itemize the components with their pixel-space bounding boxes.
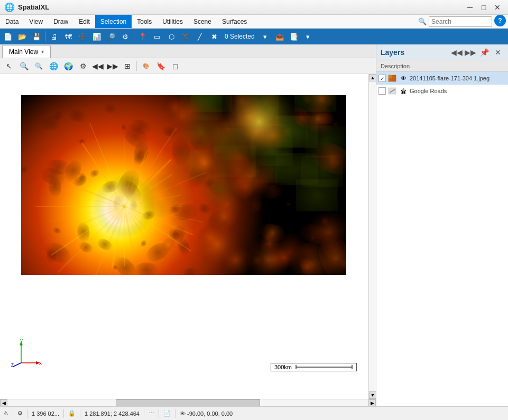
zoom-in-button[interactable]: 🔍 (17, 59, 31, 73)
layer-icon-solar (387, 75, 397, 82)
svg-text:y: y (20, 339, 23, 343)
minimize-button[interactable]: ─ (464, 2, 476, 13)
layers-title: Layers (381, 48, 449, 57)
menu-draw[interactable]: Draw (48, 15, 73, 28)
menu-view[interactable]: View (24, 15, 48, 28)
select-poly-button[interactable]: ⬡ (164, 30, 178, 43)
view-toolbar-sep (136, 61, 137, 71)
dots-icon: ⋯ (149, 410, 154, 417)
forward-button[interactable]: ▶▶ (106, 59, 119, 73)
select-options-button[interactable]: ▾ (258, 30, 272, 43)
layer-item-solar[interactable]: ✓ 👁 20141105-flare-171-304 1.jpeg (376, 72, 508, 85)
color-button[interactable]: 🎨 (139, 59, 153, 73)
close-button[interactable]: ✕ (491, 2, 504, 13)
settings-button[interactable]: ⚙ (118, 30, 132, 43)
scroll-right-arrow[interactable]: ▶ (368, 399, 376, 407)
search-icon: 🔍 (418, 17, 427, 25)
settings2-button[interactable]: ⚙ (76, 59, 90, 73)
content-wrapper: Main View ▾ ↖ 🔍 🔍 🌐 🌍 ⚙ ◀◀ ▶▶ ⊞ 🎨 🔖 ◻ (0, 44, 508, 420)
table-button[interactable]: 📊 (90, 30, 104, 43)
bookmark-button[interactable]: 🔖 (154, 59, 168, 73)
menu-tools[interactable]: Tools (132, 15, 157, 28)
select-point-button[interactable]: 📍 (136, 30, 150, 43)
scroll-track-v[interactable] (369, 81, 376, 391)
export2-button[interactable]: 📑 (287, 30, 301, 43)
menu-selection[interactable]: Selection (95, 15, 132, 28)
eye-icon: 👁 (180, 410, 186, 417)
selection-badge: 0 Selected (221, 33, 258, 40)
menu-surfaces[interactable]: Surfaces (217, 15, 252, 28)
new-button[interactable]: 📄 (1, 30, 15, 43)
selected-count: 0 Selected (225, 33, 255, 40)
extent-button[interactable]: 🌍 (61, 59, 75, 73)
location-text: 1 396 02... (32, 410, 59, 417)
vertical-scrollbar[interactable]: ▲ ▼ (368, 74, 376, 399)
layers-close-button[interactable]: ✕ (492, 47, 504, 58)
layers-forward-button[interactable]: ▶▶ (465, 47, 476, 58)
back-button[interactable]: ◀◀ (91, 59, 105, 73)
select-line-button[interactable]: ╱ (193, 30, 207, 43)
search-input[interactable] (429, 16, 492, 27)
maximize-button[interactable]: □ (477, 2, 490, 13)
layer-item-roads[interactable]: 🛣 Google Roads (376, 85, 508, 97)
layers-column-header: Description (376, 60, 508, 72)
layer-roads-icon2: 🛣 (399, 87, 408, 95)
export-arrow-button[interactable]: ▾ (301, 30, 315, 43)
globe-button[interactable]: 🌐 (47, 59, 60, 73)
layer-name-roads: Google Roads (410, 88, 506, 94)
clear-select-button[interactable]: ✖ (207, 30, 221, 43)
open-button[interactable]: 📂 (15, 30, 29, 43)
menu-utilities[interactable]: Utilities (157, 15, 188, 28)
menu-data[interactable]: Data (0, 15, 24, 28)
main-view-tab[interactable]: Main View ▾ (2, 45, 51, 58)
status-sep-7 (175, 409, 176, 418)
coordinates-text: 1 281.891; 2 428.464 (85, 410, 140, 417)
menu-edit[interactable]: Edit (73, 15, 95, 28)
zoom-out-button[interactable]: 🔍 (32, 59, 45, 73)
settings-status-icon: ⚙ (17, 410, 23, 417)
tab-close-icon[interactable]: ▾ (41, 49, 44, 54)
layer-icon-roads (387, 87, 397, 95)
export-button[interactable]: 📤 (273, 30, 287, 43)
select-lasso-button[interactable]: ➰ (179, 30, 192, 43)
layer-check-roads[interactable] (378, 87, 386, 95)
help-button[interactable]: ? (494, 15, 506, 26)
scroll-track-h[interactable] (7, 399, 368, 407)
status-sep-6 (159, 409, 159, 418)
grid-button[interactable]: ⊞ (121, 59, 134, 73)
overlay-button[interactable]: ◻ (169, 59, 182, 73)
layers-pin-button[interactable]: 📌 (478, 47, 490, 58)
layer-check-solar[interactable]: ✓ (378, 75, 386, 82)
identify-button[interactable]: 🔎 (104, 30, 118, 43)
scale-box: 300km (271, 363, 357, 371)
scroll-thumb-h[interactable] (116, 399, 260, 407)
layer-eye-icon-solar: 👁 (399, 75, 408, 82)
print-button[interactable]: 🖨 (47, 30, 61, 43)
menubar: Data View Draw Edit Selection Tools Util… (0, 15, 508, 29)
status-doc: 📄 (163, 410, 171, 417)
status-sep-1 (13, 409, 13, 418)
tab-label: Main View (9, 48, 38, 56)
select-rect-button[interactable]: ▭ (150, 30, 164, 43)
layer-name-solar: 20141105-flare-171-304 1.jpeg (410, 75, 506, 81)
view-row: Main View ▾ ↖ 🔍 🔍 🌐 🌍 ⚙ ◀◀ ▶▶ ⊞ 🎨 🔖 ◻ (0, 44, 508, 406)
map-canvas[interactable]: y x z 300km (0, 74, 368, 399)
app-title: SpatialXL (18, 3, 49, 11)
roads-icon (388, 87, 396, 95)
map-button[interactable]: 🗺 (61, 30, 75, 43)
select-tool-button[interactable]: ↖ (2, 59, 16, 73)
layers-back-button[interactable]: ◀◀ (451, 47, 463, 58)
horizontal-scrollbar[interactable]: ◀ ▶ (0, 399, 376, 406)
add-data-button[interactable]: ➕ (76, 30, 89, 43)
svg-rect-13 (392, 78, 396, 81)
status-dots: ⋯ (149, 410, 154, 417)
menu-scene[interactable]: Scene (188, 15, 217, 28)
scroll-left-arrow[interactable]: ◀ (0, 399, 7, 407)
status-sep-5 (144, 409, 144, 418)
svg-text:z: z (11, 362, 14, 368)
scroll-down-arrow[interactable]: ▼ (369, 391, 376, 399)
scroll-up-arrow[interactable]: ▲ (369, 74, 376, 81)
layers-list[interactable]: ✓ 👁 20141105-flare-171-304 1.jpeg (376, 72, 508, 406)
rotation-text: -90.00, 0.00, 0.00 (187, 410, 233, 417)
save-button[interactable]: 💾 (30, 30, 43, 43)
